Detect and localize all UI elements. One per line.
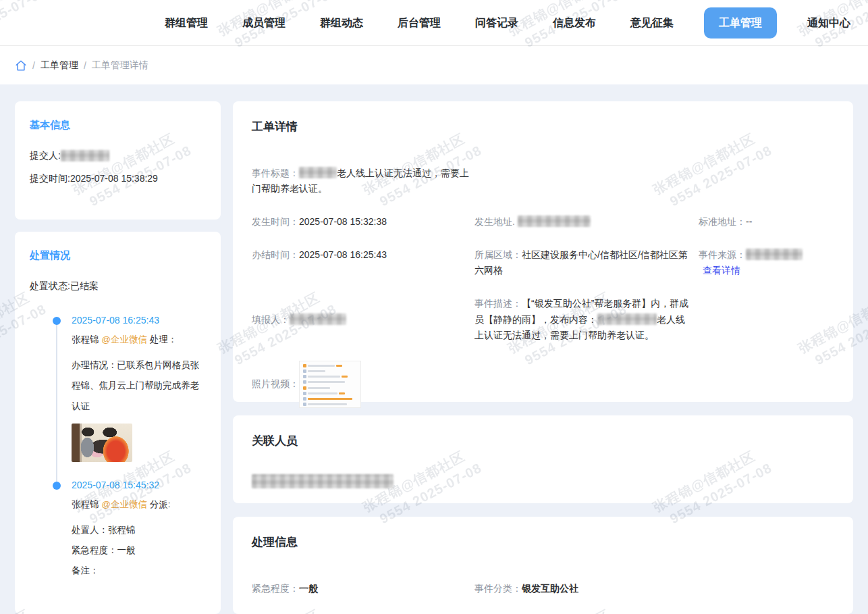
timeline-time: 2025-07-08 16:25:43 <box>72 315 206 326</box>
disposal-status-row: 处置状态:已结案 <box>30 274 206 297</box>
event-category-field: 事件分类：银发互助公社 <box>474 581 699 596</box>
photo-video-thumbnail[interactable] <box>299 361 361 408</box>
disposal-card: 处置情况 处置状态:已结案 2025-07-08 16:25:43 张程锦 @企… <box>15 232 221 614</box>
reporter-redacted <box>290 313 346 325</box>
main-nav: 群组管理 成员管理 群组动态 后台管理 问答记录 信息发布 意见征集 工单管理 … <box>165 18 850 28</box>
standard-address-field: 标准地址：-- <box>699 214 834 230</box>
basic-info-card: 基本信息 提交人: 提交时间:2025-07-08 15:38:29 <box>15 101 221 220</box>
disposal-title: 处置情况 <box>30 249 206 262</box>
photo-video-field: 照片视频： <box>252 361 834 408</box>
standard-address-value: -- <box>746 216 752 227</box>
submitter-redacted-value <box>61 150 109 161</box>
timeline-time: 2025-07-08 15:45:32 <box>72 480 206 490</box>
submit-time-row: 提交时间:2025-07-08 15:38:29 <box>30 167 206 190</box>
related-people-card: 关联人员 <box>233 415 853 503</box>
timeline-line-urgency: 紧急程度：一般 <box>72 540 206 561</box>
work-order-detail-card: 工单详情 事件标题：老人线上认证无法通过，需要上门帮助养老认证。 发生时间：20… <box>233 101 853 402</box>
wecom-mention-link[interactable]: @企业微信 <box>101 334 147 344</box>
submitter-label: 提交人: <box>30 144 61 167</box>
event-category-value: 银发互助公社 <box>522 583 578 594</box>
submit-time-value: 2025-07-08 15:38:29 <box>70 167 158 190</box>
timeline-item: 2025-07-08 16:25:43 张程锦 @企业微信 处理： 办理情况：已… <box>57 315 206 480</box>
finish-time-value: 2025-07-08 16:25:43 <box>299 249 387 260</box>
event-title-redacted <box>299 167 337 178</box>
timeline-item: 2025-07-08 15:45:32 张程锦 @企业微信 分派: 处置人：张程… <box>57 480 206 599</box>
event-title-field: 事件标题：老人线上认证无法通过，需要上门帮助养老认证。 <box>252 165 469 197</box>
processing-info-card: 处理信息 紧急程度：一般 事件分类：银发互助公社 <box>233 517 853 614</box>
occur-time-field: 发生时间：2025-07-08 15:32:38 <box>252 214 474 230</box>
disposal-status-value: 已结案 <box>70 274 99 297</box>
nav-item-opinion-collection[interactable]: 意见征集 <box>630 18 674 28</box>
work-order-detail-title: 工单详情 <box>252 119 834 134</box>
related-people-redacted <box>252 474 394 488</box>
nav-item-info-publish[interactable]: 信息发布 <box>553 18 596 28</box>
nav-item-notification-center[interactable]: 通知中心 <box>807 18 850 28</box>
region-field: 所属区域：社区建设服务中心/信都社区/信都社区第六网格 <box>474 247 692 278</box>
timeline-actor-row: 张程锦 @企业微信 分派: <box>72 497 206 512</box>
disposal-status-label: 处置状态: <box>30 274 70 297</box>
urgency-value: 一般 <box>299 583 318 594</box>
basic-info-title: 基本信息 <box>30 119 206 132</box>
related-people-title: 关联人员 <box>252 433 834 449</box>
occur-address-field: 发生地址. <box>474 214 699 230</box>
home-icon[interactable] <box>15 59 27 72</box>
breadcrumb-work-order-detail: 工单管理详情 <box>92 59 148 72</box>
timeline-detail: 办理情况：已联系包片网格员张程锦、焦月云上门帮助完成养老认证 <box>72 355 206 417</box>
breadcrumb-work-order[interactable]: 工单管理 <box>40 59 78 72</box>
urgency-field: 紧急程度：一般 <box>252 581 474 596</box>
timeline-photo-thumbnail[interactable] <box>72 424 132 462</box>
event-description-field: 事件描述：【“银发互助公社”帮老服务群】内，群成员【静静的雨】，发布内容：老人线… <box>474 296 692 342</box>
timeline-line-handler: 处置人：张程锦 <box>72 520 206 540</box>
nav-item-qa-records[interactable]: 问答记录 <box>475 18 518 28</box>
submitter-row: 提交人: <box>30 144 206 167</box>
nav-item-group-activity[interactable]: 群组动态 <box>320 18 363 28</box>
event-title-label: 事件标题： <box>252 168 299 178</box>
nav-item-member-management[interactable]: 成员管理 <box>242 18 286 28</box>
disposal-timeline: 2025-07-08 16:25:43 张程锦 @企业微信 处理： 办理情况：已… <box>57 315 206 598</box>
timeline-dot-icon <box>53 317 61 325</box>
timeline-actor-row: 张程锦 @企业微信 处理： <box>72 332 206 347</box>
left-sidebar: 基本信息 提交人: 提交时间:2025-07-08 15:38:29 处置情况 … <box>15 101 221 614</box>
page-content: 基本信息 提交人: 提交时间:2025-07-08 15:38:29 处置情况 … <box>0 84 868 614</box>
timeline-line-remark: 备注： <box>72 561 206 581</box>
processing-info-title: 处理信息 <box>252 534 834 550</box>
breadcrumb: / 工单管理 / 工单管理详情 <box>0 46 868 84</box>
submit-time-label: 提交时间: <box>30 167 70 190</box>
finish-time-field: 办结时间：2025-07-08 16:25:43 <box>252 247 474 263</box>
event-source-field: 事件来源：查看详情 <box>699 247 834 278</box>
top-navigation-bar: 群组管理 成员管理 群组动态 后台管理 问答记录 信息发布 意见征集 工单管理 … <box>0 0 868 46</box>
wecom-mention-link[interactable]: @企业微信 <box>101 499 147 509</box>
related-people-row <box>252 474 834 489</box>
view-detail-link[interactable]: 查看详情 <box>703 265 740 276</box>
occur-address-redacted <box>518 215 591 227</box>
event-description-redacted <box>597 313 657 325</box>
occur-time-value: 2025-07-08 15:32:38 <box>299 216 387 227</box>
timeline-dot-icon <box>53 482 61 490</box>
breadcrumb-separator: / <box>84 60 86 71</box>
nav-item-backend-management[interactable]: 后台管理 <box>398 18 441 28</box>
event-source-redacted <box>746 249 803 260</box>
nav-item-work-order-management[interactable]: 工单管理 <box>704 7 777 39</box>
main-column: 工单详情 事件标题：老人线上认证无法通过，需要上门帮助养老认证。 发生时间：20… <box>233 101 853 614</box>
breadcrumb-separator: / <box>32 60 35 71</box>
reporter-field: 填报人： <box>252 312 474 328</box>
nav-item-group-management[interactable]: 群组管理 <box>165 18 208 28</box>
